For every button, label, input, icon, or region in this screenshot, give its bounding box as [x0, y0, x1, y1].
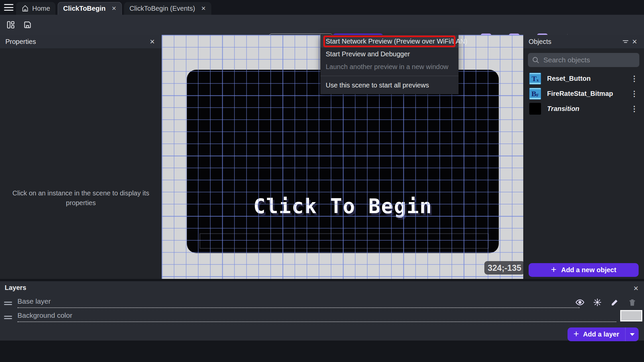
object-menu-icon[interactable]: ⋮ [629, 105, 639, 113]
home-icon [21, 5, 29, 12]
properties-empty-message: Click on an instance in the scene to dis… [10, 188, 152, 208]
menu-item-start-network-preview[interactable]: Start Network Preview (Preview over WiFi… [320, 35, 459, 48]
menu-item-use-scene-for-previews[interactable]: Use this scene to start all previews [320, 79, 459, 92]
layer-row-background-color[interactable]: Background color [4, 309, 616, 322]
object-row-transition[interactable]: Transition ⋮ [523, 101, 644, 116]
plus-icon: + [574, 329, 579, 339]
object-name: Transition [547, 105, 629, 113]
base-layer-actions [574, 297, 638, 308]
objects-list: Tx Reset_Button ⋮ BF FireRateStat_Bitmap… [523, 71, 644, 116]
object-row-reset-button[interactable]: Tx Reset_Button ⋮ [523, 71, 644, 86]
gdevelop-editor-window: Home ClickToBegin ✕ ClickToBegin (Events… [0, 0, 644, 362]
edit-layer-icon[interactable] [609, 297, 621, 308]
drag-handle-icon[interactable] [4, 302, 12, 305]
tab-label: Home [32, 5, 50, 12]
open-panels-icon[interactable] [5, 19, 16, 30]
add-layer-button[interactable]: + Add a layer [568, 327, 625, 341]
menu-divider [320, 76, 459, 76]
tab-events-clicktobegin[interactable]: ClickToBegin (Events) ✕ [124, 2, 211, 15]
layer-effects-icon[interactable] [592, 297, 603, 308]
main-menu-icon[interactable] [4, 3, 14, 12]
object-menu-icon[interactable]: ⋮ [629, 89, 639, 98]
objects-search-box [528, 53, 639, 67]
close-tab-icon[interactable]: ✕ [112, 5, 116, 12]
layers-panel-title: Layers [5, 284, 26, 292]
tab-label: ClickToBegin [63, 5, 105, 12]
sprite-object-icon [529, 103, 541, 115]
layers-panel: Layers ✕ Base layer [0, 281, 644, 341]
tab-label: ClickToBegin (Events) [129, 5, 195, 12]
menu-item-start-preview-debugger[interactable]: Start Preview and Debugger [320, 48, 459, 60]
instance-bounding-box [200, 233, 489, 249]
plus-icon: + [551, 265, 556, 274]
search-icon [532, 56, 539, 64]
chevron-down-icon [630, 333, 635, 336]
close-objects-icon[interactable]: ✕ [631, 37, 639, 47]
editor-tabs: Home ClickToBegin ✕ ClickToBegin (Events… [16, 2, 211, 15]
bitmap-font-object-icon: BF [529, 88, 541, 100]
properties-panel-title: Properties [5, 38, 36, 46]
add-object-label: Add a new object [561, 266, 616, 274]
main-toolbar: Preview Publish [0, 15, 644, 35]
close-tab-icon[interactable]: ✕ [201, 5, 206, 12]
delete-layer-icon[interactable] [627, 297, 638, 308]
drag-handle-icon[interactable] [4, 316, 12, 319]
add-layer-dropdown-button[interactable] [625, 327, 639, 341]
cursor-coordinates-badge: 324;-135 [484, 261, 523, 275]
properties-panel: Properties ✕ Click on an instance in the… [0, 35, 162, 279]
tab-scene-clicktobegin[interactable]: ClickToBegin ✕ [58, 2, 122, 15]
save-icon[interactable] [22, 19, 33, 30]
object-name: FireRateStat_Bitmap [547, 90, 629, 98]
objects-panel-title: Objects [529, 38, 551, 46]
layer-visibility-icon[interactable] [574, 297, 586, 308]
tab-bar: Home ClickToBegin ✕ ClickToBegin (Events… [0, 0, 644, 15]
game-screen-background[interactable]: Click To Begin [187, 70, 499, 253]
layer-name[interactable]: Base layer [17, 297, 580, 308]
object-menu-icon[interactable]: ⋮ [629, 74, 639, 83]
layers-region: Layers ✕ Base layer [0, 279, 644, 362]
properties-panel-header: Properties ✕ [0, 35, 162, 48]
objects-panel: Objects ✕ Tx Reset_Button ⋮ BF [523, 35, 644, 279]
objects-panel-header: Objects ✕ [523, 35, 644, 48]
layer-name[interactable]: Background color [17, 311, 616, 322]
background-color-swatch[interactable] [620, 310, 642, 321]
object-name: Reset_Button [547, 75, 629, 82]
object-row-fireratestat-bitmap[interactable]: BF FireRateStat_Bitmap ⋮ [523, 86, 644, 101]
menu-item-launch-another-preview: Launch another preview in a new window [320, 60, 459, 73]
add-layer-split-button: + Add a layer [568, 327, 639, 341]
add-new-object-button[interactable]: + Add a new object [529, 263, 639, 277]
layer-row-base-layer[interactable]: Base layer [4, 295, 580, 308]
add-layer-label: Add a layer [583, 330, 619, 338]
toolbar-left-group [5, 19, 33, 30]
click-to-begin-text-instance[interactable]: Click To Begin [187, 194, 499, 218]
close-layers-icon[interactable]: ✕ [632, 283, 640, 294]
text-object-icon: Tx [529, 73, 541, 84]
close-properties-icon[interactable]: ✕ [148, 37, 156, 47]
filter-objects-icon[interactable] [621, 37, 631, 47]
search-objects-input[interactable] [543, 56, 635, 64]
tab-home[interactable]: Home [16, 2, 55, 15]
preview-options-menu: Start Network Preview (Preview over WiFi… [320, 35, 459, 94]
